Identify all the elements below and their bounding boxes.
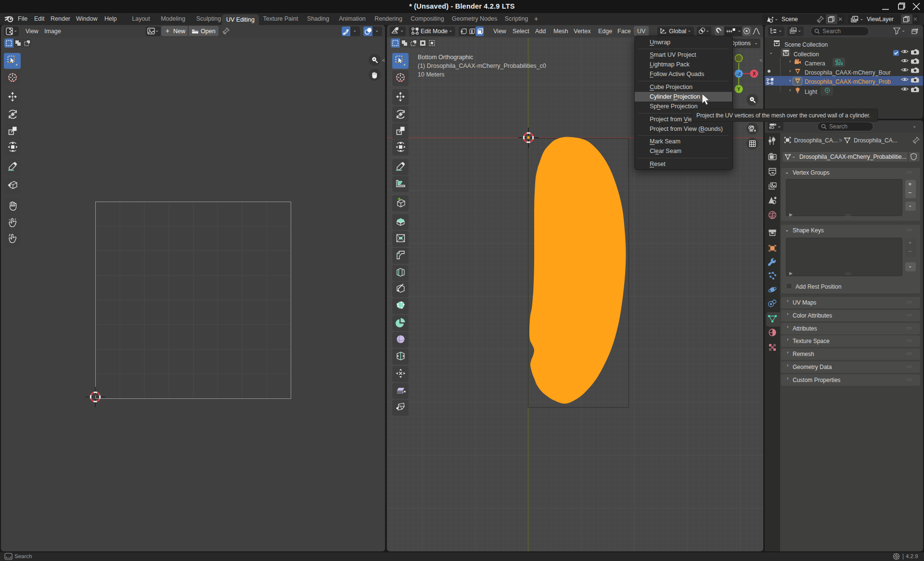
svg-text:Y: Y [737,87,741,92]
svg-text:X: X [753,71,756,76]
svg-text:-Z: -Z [737,71,741,76]
